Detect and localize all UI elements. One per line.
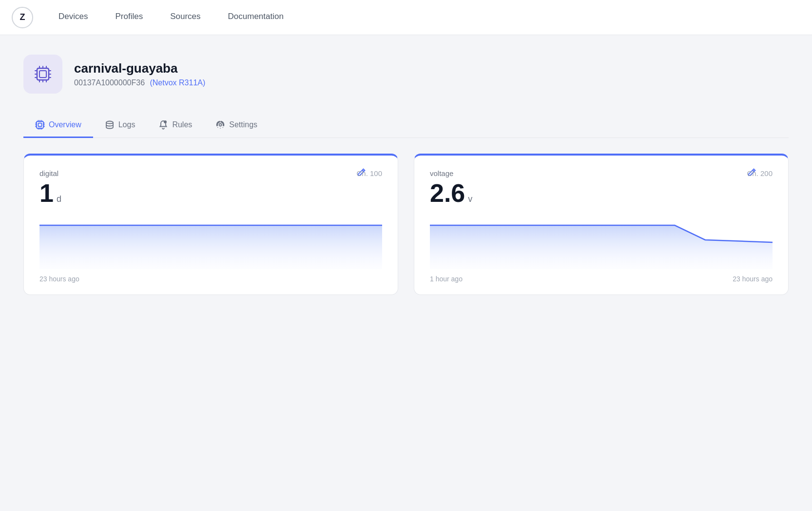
svg-rect-1 bbox=[39, 71, 46, 78]
main-nav: Devices Profiles Sources Documentation bbox=[45, 0, 297, 35]
tab-logs[interactable]: Logs bbox=[93, 113, 147, 138]
svg-rect-0 bbox=[37, 68, 49, 80]
nav-item-documentation[interactable]: Documentation bbox=[214, 0, 297, 35]
card-digital-footer: 23 hours ago bbox=[39, 275, 382, 283]
device-name: carnival-guayaba bbox=[74, 61, 205, 76]
card-digital-unit: d bbox=[57, 194, 61, 204]
card-digital-channel: Ch. 100 bbox=[356, 169, 382, 177]
card-voltage-value: 2.6 bbox=[430, 180, 465, 206]
svg-point-29 bbox=[164, 120, 167, 123]
card-voltage-unit: v bbox=[468, 194, 472, 204]
tab-settings-label: Settings bbox=[229, 120, 257, 129]
device-id: 00137A1000000F36 bbox=[74, 79, 145, 87]
tab-overview-label: Overview bbox=[49, 120, 81, 129]
card-voltage-time-right: 23 hours ago bbox=[733, 275, 773, 283]
tab-settings[interactable]: Settings bbox=[204, 113, 269, 138]
device-model-link[interactable]: (Netvox R311A) bbox=[150, 79, 205, 87]
svg-rect-15 bbox=[39, 123, 42, 127]
card-digital-time-left: 23 hours ago bbox=[39, 275, 79, 283]
device-meta: 00137A1000000F36 (Netvox R311A) bbox=[74, 79, 205, 87]
nav-item-devices[interactable]: Devices bbox=[45, 0, 101, 35]
cards-grid: digital 1 d Ch. 100 bbox=[23, 154, 789, 295]
tab-rules-label: Rules bbox=[172, 120, 192, 129]
card-digital-value-row: 1 d bbox=[39, 180, 382, 206]
nav-item-profiles[interactable]: Profiles bbox=[101, 0, 156, 35]
tab-overview[interactable]: Overview bbox=[23, 113, 93, 138]
chip-tab-icon bbox=[35, 120, 45, 130]
card-digital-chart bbox=[39, 216, 382, 269]
card-voltage-channel: Ch. 200 bbox=[747, 169, 773, 177]
chip-icon bbox=[33, 64, 53, 84]
database-tab-icon bbox=[105, 120, 115, 130]
svg-point-30 bbox=[219, 124, 222, 126]
tab-logs-label: Logs bbox=[118, 120, 135, 129]
device-header: carnival-guayaba 00137A1000000F36 (Netvo… bbox=[23, 55, 789, 94]
card-voltage-time-left: 1 hour ago bbox=[430, 275, 463, 283]
nav-item-sources[interactable]: Sources bbox=[156, 0, 214, 35]
device-info: carnival-guayaba 00137A1000000F36 (Netvo… bbox=[74, 61, 205, 87]
card-digital: digital 1 d Ch. 100 bbox=[23, 154, 398, 295]
logo-avatar: Z bbox=[12, 7, 33, 28]
logo-letter: Z bbox=[20, 12, 25, 22]
card-voltage: voltage 2.6 v Ch. 200 bbox=[414, 154, 789, 295]
device-icon-wrap bbox=[23, 55, 62, 94]
page-content: carnival-guayaba 00137A1000000F36 (Netvo… bbox=[0, 35, 812, 314]
card-voltage-chart bbox=[430, 216, 773, 269]
app-header: Z Devices Profiles Sources Documentation bbox=[0, 0, 812, 35]
svg-rect-14 bbox=[37, 121, 43, 128]
tab-rules[interactable]: Rules bbox=[147, 113, 204, 138]
bell-tab-icon bbox=[158, 120, 168, 130]
card-digital-label: digital bbox=[39, 169, 382, 177]
card-voltage-label: voltage bbox=[430, 169, 773, 177]
sub-tabs: Overview Logs Rules Settings bbox=[23, 113, 789, 138]
gear-tab-icon bbox=[215, 120, 225, 130]
card-voltage-value-row: 2.6 v bbox=[430, 180, 773, 206]
svg-point-28 bbox=[106, 121, 113, 124]
card-voltage-footer: 1 hour ago 23 hours ago bbox=[430, 275, 773, 283]
card-digital-value: 1 bbox=[39, 180, 54, 206]
